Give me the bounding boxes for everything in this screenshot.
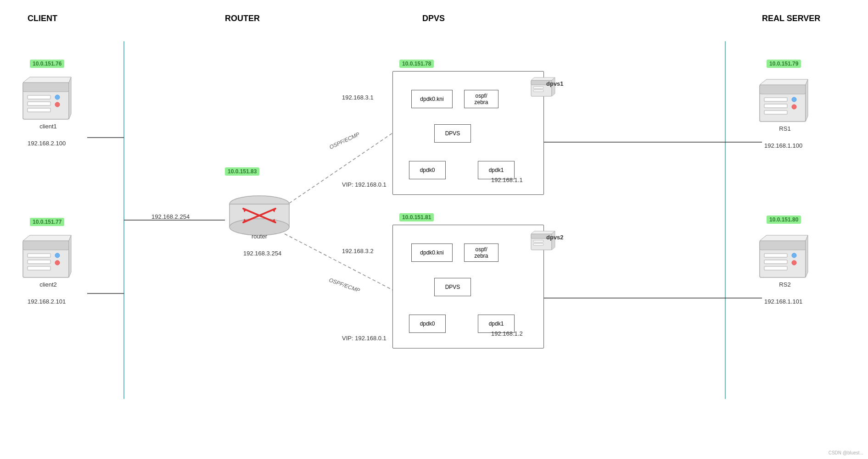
svg-rect-75 (764, 266, 787, 270)
router-ip-badge: 10.0.151.83 (225, 167, 259, 176)
svg-rect-21 (28, 95, 50, 99)
svg-rect-33 (28, 266, 50, 270)
client1-ip-badge: 10.0.151.76 (30, 60, 64, 68)
svg-rect-64 (764, 104, 787, 108)
svg-rect-20 (23, 83, 69, 92)
rs2-ip: 192.168.1.101 (764, 298, 802, 305)
dpvs1-dpdk0: dpdk0 (409, 161, 446, 179)
svg-rect-72 (760, 241, 806, 250)
client1-icon: client1 (18, 73, 78, 133)
dpvs1-ospf-label: OSPF/ECMP (328, 131, 360, 151)
svg-text:client1: client1 (39, 123, 57, 130)
router-icon: router (225, 183, 294, 243)
dpvs1-ospfzebra: ospf/zebra (464, 90, 498, 108)
svg-rect-32 (28, 260, 50, 264)
svg-point-34 (55, 253, 60, 258)
dpvs2-dpdk0kni: dpdk0.kni (411, 243, 453, 262)
dpvs1-ip-left: 192.168.3.1 (342, 94, 374, 101)
svg-point-35 (55, 260, 60, 265)
svg-rect-62 (760, 85, 806, 94)
svg-rect-22 (28, 102, 50, 105)
svg-text:router: router (252, 233, 268, 240)
dpvs1-vip: VIP: 192.168.0.1 (342, 181, 386, 188)
rs2-ip-badge: 10.0.151.80 (767, 216, 801, 224)
dpvs1-ip-badge: 10.0.151.78 (399, 60, 434, 68)
dpvs2-ip-right: 192.168.1.2 (491, 330, 523, 337)
svg-point-76 (792, 253, 796, 258)
dpvs2-ip-left: 192.168.3.2 (342, 248, 374, 254)
svg-rect-23 (28, 108, 50, 112)
dpvs1-dpvs: DPVS (434, 124, 471, 143)
svg-rect-65 (764, 111, 787, 114)
network-diagram: CLIENT ROUTER DPVS REAL SERVER 10.0.151.… (0, 0, 868, 459)
router-ip-bottom: 192.168.3.254 (243, 250, 281, 257)
router-ip-left: 192.168.2.254 (151, 213, 190, 220)
svg-marker-69 (806, 79, 808, 122)
rs1-icon: RS1 (755, 76, 815, 135)
client2-ip: 192.168.2.101 (28, 298, 66, 305)
svg-point-24 (55, 95, 60, 100)
svg-point-66 (792, 97, 796, 102)
dpvs1-label: dpvs1 (546, 80, 564, 87)
dpvs2-label: dpvs2 (546, 234, 564, 241)
svg-text:client2: client2 (39, 281, 57, 288)
section-router: ROUTER (225, 14, 260, 23)
client2-ip-badge: 10.0.151.77 (30, 218, 64, 226)
client1-ip: 192.168.2.100 (28, 140, 66, 147)
dpvs2-vip: VIP: 192.168.0.1 (342, 335, 386, 342)
svg-rect-74 (764, 260, 787, 264)
svg-rect-52 (533, 90, 543, 92)
svg-rect-58 (533, 243, 543, 245)
dpvs2-server-icon (530, 229, 558, 254)
section-client: CLIENT (28, 14, 57, 23)
svg-rect-57 (533, 240, 543, 242)
svg-rect-31 (28, 254, 50, 257)
rs2-icon: RS2 (755, 232, 815, 291)
dpvs1-dpdk0kni: dpdk0.kni (411, 90, 453, 108)
watermark: CSDN @bluest... (829, 450, 863, 455)
svg-rect-30 (23, 241, 69, 250)
svg-text:RS1: RS1 (779, 125, 790, 132)
dpvs1-server-icon (530, 76, 558, 101)
svg-marker-78 (760, 235, 808, 241)
dpvs2-dpvs: DPVS (434, 278, 471, 296)
svg-marker-37 (69, 235, 71, 277)
svg-marker-27 (69, 77, 71, 119)
section-dpvs: DPVS (422, 14, 445, 23)
svg-marker-79 (806, 235, 808, 277)
svg-point-25 (55, 102, 60, 107)
dpvs1-ip-right: 192.168.1.1 (491, 177, 523, 183)
svg-marker-68 (760, 79, 808, 85)
svg-rect-63 (764, 98, 787, 101)
svg-marker-26 (23, 77, 71, 83)
svg-marker-36 (23, 235, 71, 241)
client2-icon: client2 (18, 232, 78, 291)
svg-rect-73 (764, 254, 787, 257)
rs1-ip: 192.168.1.100 (764, 142, 802, 149)
dpvs2-ip-badge: 10.0.151.81 (399, 213, 434, 221)
rs1-ip-badge: 10.0.151.79 (767, 60, 801, 68)
svg-text:RS2: RS2 (779, 281, 790, 288)
dpvs2-ospfzebra: ospf/zebra (464, 243, 498, 262)
dpvs2-dpdk0: dpdk0 (409, 315, 446, 333)
svg-rect-51 (533, 87, 543, 88)
section-realserver: REAL SERVER (762, 14, 820, 23)
svg-point-77 (792, 260, 796, 265)
svg-point-67 (792, 105, 796, 109)
dpvs2-ospf-label: OSPF/ECMP (328, 277, 361, 293)
